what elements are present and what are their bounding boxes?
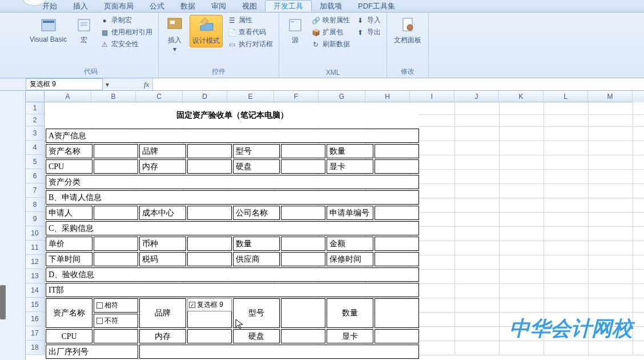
export-button[interactable]: ⬆导出 [355, 27, 382, 38]
refresh-data-button[interactable]: ↻刷新数据 [310, 39, 351, 50]
properties-button[interactable]: ☰属性 [226, 15, 274, 26]
col-header-H[interactable]: H [365, 91, 410, 102]
row-header-9[interactable]: 9 [26, 212, 45, 226]
row-header-13[interactable]: 13 [26, 269, 45, 283]
row-header-11[interactable]: 11 [26, 241, 45, 255]
checkbox-9-selected[interactable]: ✓复选框 9 [188, 299, 231, 311]
ribbon-group-xml: 源 🔗映射属性 📦扩展包 ↻刷新数据 ⬇导入 ⬆导出 XML [279, 13, 387, 78]
xml-source-button[interactable]: 源 [284, 15, 307, 46]
row-header-4[interactable]: 4 [26, 141, 45, 155]
expansion-icon: 📦 [311, 28, 320, 37]
use-relative-button[interactable]: ▦使用相对引用 [99, 27, 154, 38]
row-header-18[interactable]: 18 [26, 341, 45, 355]
tab-7[interactable]: 开发工具 [265, 0, 312, 11]
section-c: C、采购信息 [46, 221, 419, 235]
row-header-7[interactable]: 7 [26, 183, 45, 198]
insert-control-button[interactable]: 插入▾ [163, 15, 186, 54]
form-title: 固定资产验收单（笔记本电脑） [46, 103, 419, 127]
col-header-L[interactable]: L [544, 91, 588, 102]
ribbon-group-controls: 插入▾ 设计模式 ☰属性 📄查看代码 ▭执行对话框 控件 [159, 13, 279, 78]
row-header-8[interactable]: 8 [26, 198, 45, 212]
code-icon: 📄 [227, 28, 236, 37]
col-header-G[interactable]: G [319, 91, 365, 102]
name-box[interactable]: 复选框 9 [26, 78, 103, 90]
view-code-button[interactable]: 📄查看代码 [226, 27, 274, 38]
row-header-5[interactable]: 5 [26, 155, 45, 169]
map-properties-button[interactable]: 🔗映射属性 [310, 15, 351, 26]
ribbon-tabs: 开始插入页面布局公式数据审阅视图开发工具加载项PDF工具集 [0, 0, 644, 13]
checkbox-nomatch[interactable]: 不符 [96, 316, 118, 326]
col-header-C[interactable]: C [136, 91, 183, 102]
section-a: A资产信息 [46, 129, 419, 143]
visual-basic-button[interactable]: Visual Basic [27, 15, 69, 45]
watermark: 中华会计网校 [509, 315, 633, 343]
row-header-1[interactable]: 1 [26, 102, 45, 114]
formula-bar: 复选框 9 ▾ fx [0, 78, 644, 91]
row-header-2[interactable]: 2 [26, 114, 45, 126]
doc-panel-button[interactable]: 文档面板 [392, 15, 424, 46]
doc-panel-icon [399, 16, 417, 34]
run-dialog-button[interactable]: ▭执行对话框 [226, 39, 274, 50]
visual-basic-icon [39, 16, 58, 34]
col-header-J[interactable]: J [454, 91, 499, 102]
map-icon: 🔗 [311, 16, 320, 25]
formula-input[interactable] [152, 78, 644, 90]
row-header-6[interactable]: 6 [26, 169, 45, 183]
design-mode-icon [197, 17, 215, 35]
import-icon: ⬇ [356, 16, 365, 25]
tab-8[interactable]: 加载项 [312, 1, 350, 11]
form-table: 固定资产验收单（笔记本电脑） A资产信息 资产名称 品牌 型号 数量 CPU 内… [45, 102, 420, 360]
col-header-A[interactable]: A [45, 91, 91, 102]
column-headers: ABCDEFGHIJKLM [26, 91, 644, 102]
section-d: D、验收信息 [46, 267, 419, 282]
select-all-corner[interactable] [26, 91, 45, 102]
export-icon: ⬆ [356, 28, 365, 37]
col-header-M[interactable]: M [588, 91, 633, 102]
ribbon: Visual Basic 宏 ●录制宏 ▦使用相对引用 ⚠宏安全性 代码 插入▾… [0, 13, 644, 78]
row-header-15[interactable]: 15 [26, 298, 45, 312]
refresh-icon: ↻ [311, 40, 320, 49]
record-icon: ● [100, 16, 109, 25]
dialog-icon: ▭ [227, 40, 236, 49]
row-header-14[interactable]: 14 [26, 283, 45, 298]
tab-1[interactable]: 插入 [65, 1, 96, 11]
name-box-dropdown[interactable]: ▾ [103, 81, 112, 89]
tab-4[interactable]: 数据 [172, 1, 203, 11]
tab-3[interactable]: 公式 [142, 1, 172, 11]
import-button[interactable]: ⬇导入 [355, 15, 382, 26]
tab-2[interactable]: 页面布局 [96, 1, 142, 11]
checkbox-match[interactable]: 相符 [96, 301, 118, 310]
ribbon-group-code: Visual Basic 宏 ●录制宏 ▦使用相对引用 ⚠宏安全性 代码 [23, 13, 159, 78]
svg-rect-6 [170, 21, 175, 24]
row-header-12[interactable]: 12 [26, 255, 45, 269]
tab-9[interactable]: PDF工具集 [350, 1, 403, 11]
macro-security-button[interactable]: ⚠宏安全性 [99, 39, 154, 50]
svg-rect-1 [43, 21, 54, 23]
design-mode-button[interactable]: 设计模式 [190, 15, 223, 47]
svg-point-11 [407, 25, 413, 30]
row-header-10[interactable]: 10 [26, 226, 45, 241]
expansion-button[interactable]: 📦扩展包 [310, 27, 351, 38]
record-macro-button[interactable]: ●录制宏 [99, 15, 154, 26]
properties-icon: ☰ [227, 16, 236, 25]
col-header-K[interactable]: K [499, 91, 544, 102]
macros-button[interactable]: 宏 [73, 15, 95, 46]
macros-icon [75, 16, 93, 34]
row-header-16[interactable]: 16 [26, 312, 45, 326]
row-header-17[interactable]: 17 [26, 326, 45, 341]
row-headers: 123456789101112131415161718 [26, 102, 45, 355]
tab-scroller[interactable] [0, 285, 6, 319]
col-header-B[interactable]: B [91, 91, 136, 102]
section-b: B、申请人信息 [46, 190, 419, 205]
row-header-3[interactable]: 3 [26, 126, 45, 141]
relative-icon: ▦ [100, 28, 109, 37]
col-header-I[interactable]: I [410, 91, 454, 102]
tab-5[interactable]: 审阅 [203, 1, 234, 11]
fx-label[interactable]: fx [144, 80, 152, 89]
security-icon: ⚠ [100, 40, 109, 49]
col-header-F[interactable]: F [274, 91, 319, 102]
col-header-E[interactable]: E [227, 91, 274, 102]
tab-6[interactable]: 视图 [234, 1, 265, 11]
col-header-D[interactable]: D [183, 91, 227, 102]
insert-control-icon [166, 16, 184, 34]
